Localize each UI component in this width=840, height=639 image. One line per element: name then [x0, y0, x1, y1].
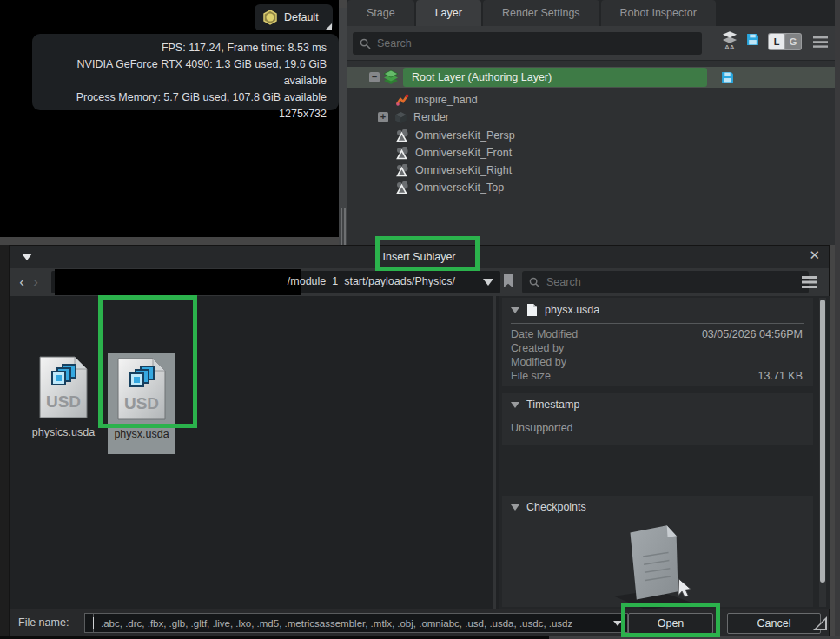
file-info-panel: physx.usda Date Modified 03/05/2026 04:5… — [499, 296, 830, 609]
tree-row-camera-right[interactable]: OmniverseKit_Right — [347, 161, 835, 179]
viewport-default-button[interactable]: Default — [255, 4, 333, 30]
tree-row-root-layer[interactable]: – Root Layer (Authoring Layer) — [347, 67, 835, 88]
info-row-date-modified: Date Modified 03/05/2026 04:56PM — [502, 327, 813, 341]
collapse-icon[interactable]: – — [369, 72, 380, 82]
save-layer-icon[interactable] — [721, 71, 734, 84]
viewport-stats-overlay: FPS: 117.24, Frame time: 8.53 ms NVIDIA … — [32, 34, 339, 110]
local-global-toggle[interactable]: L G — [768, 33, 802, 50]
tree-item-label: OmniverseKit_Top — [415, 181, 504, 194]
empty-checkpoints-illustration — [593, 518, 715, 614]
dialog-search-placeholder: Search — [546, 276, 581, 288]
layer-search-input[interactable]: Search — [353, 32, 702, 55]
forward-button[interactable]: › — [29, 271, 43, 293]
file-details-header[interactable]: physx.usda — [502, 298, 813, 321]
default-button-label: Default — [284, 11, 319, 23]
lighting-icon — [262, 10, 278, 25]
search-icon — [360, 38, 371, 49]
timestamp-section: Timestamp Unsupported — [502, 393, 813, 445]
path-dropdown-icon[interactable] — [483, 279, 493, 286]
redacted-path — [55, 269, 301, 295]
tab-robot-inspector[interactable]: Robot Inspector — [601, 0, 716, 26]
close-icon[interactable]: ✕ — [809, 247, 820, 263]
file-name-label: physx.usda — [108, 428, 175, 440]
info-row-created-by: Created by — [502, 341, 813, 355]
file-grid[interactable]: USD physics.usda USD physx.usda — [10, 296, 496, 609]
layer-panel: Stage Layer Render Settings Robot Inspec… — [347, 0, 835, 245]
info-label: Modified by — [511, 355, 566, 369]
tab-render-settings[interactable]: Render Settings — [483, 0, 599, 26]
info-file-title: physx.usda — [545, 304, 599, 316]
collapse-triangle-icon[interactable] — [511, 307, 519, 313]
dialog-search-input[interactable]: Search — [522, 271, 809, 293]
root-layer-name[interactable]: Root Layer (Authoring Layer) — [403, 68, 707, 87]
dialog-navbar: ‹ › /module_1_start/payloads/Physics/ Se… — [10, 268, 829, 296]
path-field[interactable]: /module_1_start/payloads/Physics/ — [51, 271, 500, 293]
file-tile-physics[interactable]: USD physics.usda — [30, 355, 97, 438]
checkpoints-header[interactable]: Checkpoints — [502, 496, 813, 517]
tab-stage-label: Stage — [367, 7, 395, 19]
screen-left-edge — [0, 245, 9, 639]
layer-authoring-button[interactable]: AA — [722, 30, 737, 51]
tree-row-render[interactable]: + Render — [347, 109, 835, 126]
panel-splitter[interactable] — [339, 8, 347, 245]
info-row-file-size: File size 13.71 KB — [502, 369, 813, 383]
global-toggle-button[interactable]: G — [785, 34, 801, 49]
camera-icon — [395, 181, 409, 194]
stat-gpu: NVIDIA GeForce RTX 4090: 1.3 GiB used, 1… — [32, 56, 327, 89]
file-details-section: physx.usda Date Modified 03/05/2026 04:5… — [502, 298, 813, 386]
info-row-modified-by: Modified by — [502, 355, 813, 369]
annotation-box-open-button — [621, 603, 720, 637]
file-name-label: physics.usda — [30, 426, 97, 438]
tab-robot-inspector-label: Robot Inspector — [620, 7, 697, 19]
expand-icon[interactable]: + — [378, 112, 388, 122]
robot-prim-icon — [395, 93, 409, 107]
layer-search-placeholder: Search — [377, 37, 412, 49]
svg-text:USD: USD — [46, 392, 81, 411]
aa-label: AA — [724, 43, 735, 51]
collapse-triangle-icon[interactable] — [511, 504, 519, 511]
tree-item-label: OmniverseKit_Persp — [415, 129, 515, 142]
file-icon — [526, 303, 538, 317]
text-cursor — [93, 617, 94, 629]
file-name-input[interactable] — [85, 614, 94, 632]
timestamp-title: Timestamp — [526, 399, 579, 411]
save-all-icon[interactable] — [746, 33, 759, 46]
cancel-button[interactable]: Cancel — [727, 613, 821, 634]
layer-toolbar: Search AA L G — [347, 26, 835, 61]
stat-memory: Process Memory: 5.7 GiB used, 107.8 GiB … — [32, 89, 327, 106]
extension-filter-value: .abc, .drc, .fbx, .glb, .gltf, .live, .l… — [101, 618, 608, 629]
annotation-box-physx-file — [98, 295, 197, 428]
camera-icon — [395, 164, 409, 177]
tab-layer-label: Layer — [435, 7, 462, 19]
local-toggle-button[interactable]: L — [769, 34, 784, 49]
file-name-label: File name: — [18, 616, 69, 629]
back-button[interactable]: ‹ — [15, 271, 29, 293]
tree-row-camera-persp[interactable]: OmniverseKit_Persp — [347, 127, 835, 144]
info-label: File size — [511, 369, 551, 383]
tree-row-inspire-hand[interactable]: inspire_hand — [347, 91, 835, 109]
timestamp-header[interactable]: Timestamp — [502, 393, 813, 415]
divider — [511, 323, 804, 324]
stat-fps: FPS: 117.24, Frame time: 8.53 ms — [32, 40, 327, 56]
checkpoints-section: Checkpoints Location does not — [502, 496, 813, 607]
toolbar-icons: AA L G — [722, 30, 802, 51]
tree-row-camera-front[interactable]: OmniverseKit_Front — [347, 144, 835, 161]
scope-prim-icon — [394, 111, 407, 124]
info-scrollbar-thumb[interactable] — [820, 300, 825, 583]
resize-grip-inner — [816, 620, 825, 629]
viewport[interactable]: Default FPS: 117.24, Frame time: 8.53 ms… — [0, 0, 339, 237]
tree-item-label: OmniverseKit_Front — [415, 147, 512, 159]
collapse-triangle-icon[interactable] — [511, 402, 519, 408]
app-screen: Default FPS: 117.24, Frame time: 8.53 ms… — [0, 0, 840, 639]
layer-tree: – Root Layer (Authoring Layer) — [347, 62, 835, 245]
checkpoints-title: Checkpoints — [526, 501, 586, 513]
view-options-icon[interactable] — [802, 276, 817, 288]
info-value: 13.71 KB — [758, 369, 803, 383]
tab-stage[interactable]: Stage — [347, 0, 414, 26]
options-menu-icon[interactable] — [813, 36, 828, 48]
tree-row-camera-top[interactable]: OmniverseKit_Top — [347, 179, 835, 196]
insert-sublayer-dialog: Insert Sublayer ✕ ‹ › /module_1_start/pa… — [9, 245, 830, 636]
tab-layer[interactable]: Layer — [416, 0, 481, 26]
camera-icon — [395, 129, 409, 142]
bookmark-icon[interactable] — [503, 274, 513, 288]
